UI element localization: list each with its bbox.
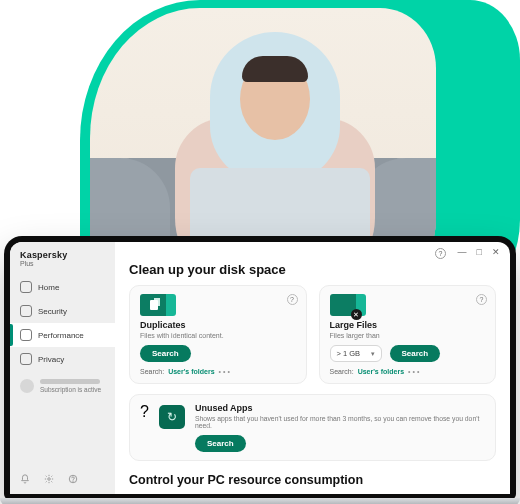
avatar [20, 379, 34, 393]
duplicates-icon [140, 294, 166, 316]
sidebar-item-label: Home [38, 283, 59, 292]
scope-row: Search: User's folders ••• [330, 368, 486, 375]
card-large-files: ? Large Files Files larger than > 1 GB ▾… [319, 285, 497, 384]
card-subtitle: Files with identical content. [140, 332, 296, 339]
section-heading-cleanup: Clean up your disk space [129, 262, 496, 277]
home-icon [20, 281, 32, 293]
brand-block: Kaspersky Plus [10, 250, 115, 275]
search-button[interactable]: Search [390, 345, 441, 362]
large-files-icon [330, 294, 356, 316]
sidebar-item-security[interactable]: Security [10, 299, 115, 323]
help-icon[interactable]: ? [140, 403, 149, 421]
sidebar-item-label: Performance [38, 331, 84, 340]
main-panel: ? — □ ✕ Clean up your disk space ? Dupli… [115, 242, 510, 494]
profile-status: Subscription is active [40, 386, 101, 393]
section-heading-resources: Control your PC resource consumption [129, 473, 496, 487]
sidebar: Kaspersky Plus Home Security Performance [10, 242, 115, 494]
bell-icon[interactable] [20, 474, 30, 484]
shield-icon [20, 305, 32, 317]
brand-wordmark: Kaspersky [20, 250, 105, 260]
svg-point-2 [73, 481, 74, 482]
scope-label: Search: [330, 368, 354, 375]
card-unused-apps: ? Unused Apps Shows apps that you haven'… [129, 394, 496, 461]
profile-name-blurred [40, 379, 100, 384]
sidebar-bottom-icons [10, 470, 115, 490]
window-maximize[interactable]: □ [477, 248, 482, 257]
gear-icon[interactable] [44, 474, 54, 484]
search-button[interactable]: Search [140, 345, 191, 362]
card-duplicates: ? Duplicates Files with identical conten… [129, 285, 307, 384]
lock-icon [20, 353, 32, 365]
card-title: Duplicates [140, 320, 296, 330]
sidebar-item-home[interactable]: Home [10, 275, 115, 299]
card-title: Large Files [330, 320, 486, 330]
card-subtitle: Shows apps that you haven't used for mor… [195, 415, 485, 429]
more-icon[interactable]: ••• [408, 368, 421, 375]
card-title: Unused Apps [195, 403, 485, 413]
app-window: Kaspersky Plus Home Security Performance [10, 242, 510, 494]
help-icon[interactable]: ? [476, 294, 487, 305]
brand-plan: Plus [20, 260, 105, 267]
svg-point-0 [48, 478, 51, 481]
laptop-frame: Kaspersky Plus Home Security Performance [4, 236, 516, 500]
unused-apps-icon [159, 405, 185, 429]
sidebar-item-label: Privacy [38, 355, 64, 364]
scope-label: Search: [140, 368, 164, 375]
size-threshold-select[interactable]: > 1 GB ▾ [330, 345, 382, 362]
window-help-button[interactable]: ? [435, 248, 446, 259]
sidebar-item-performance[interactable]: Performance [10, 323, 115, 347]
support-icon[interactable] [68, 474, 78, 484]
window-close[interactable]: ✕ [492, 248, 500, 257]
select-value: > 1 GB [337, 349, 361, 358]
scope-row: Search: User's folders ••• [140, 368, 296, 375]
sidebar-item-privacy[interactable]: Privacy [10, 347, 115, 371]
window-controls: — □ ✕ [458, 248, 500, 257]
more-icon[interactable]: ••• [219, 368, 232, 375]
scope-link[interactable]: User's folders [358, 368, 404, 375]
help-icon[interactable]: ? [287, 294, 298, 305]
chevron-down-icon: ▾ [371, 350, 375, 358]
laptop-base [0, 498, 520, 504]
gauge-icon [20, 329, 32, 341]
scope-link[interactable]: User's folders [168, 368, 214, 375]
card-subtitle: Files larger than [330, 332, 486, 339]
profile-block[interactable]: Subscription is active [10, 373, 115, 399]
sidebar-item-label: Security [38, 307, 67, 316]
search-button[interactable]: Search [195, 435, 246, 452]
window-minimize[interactable]: — [458, 248, 467, 257]
